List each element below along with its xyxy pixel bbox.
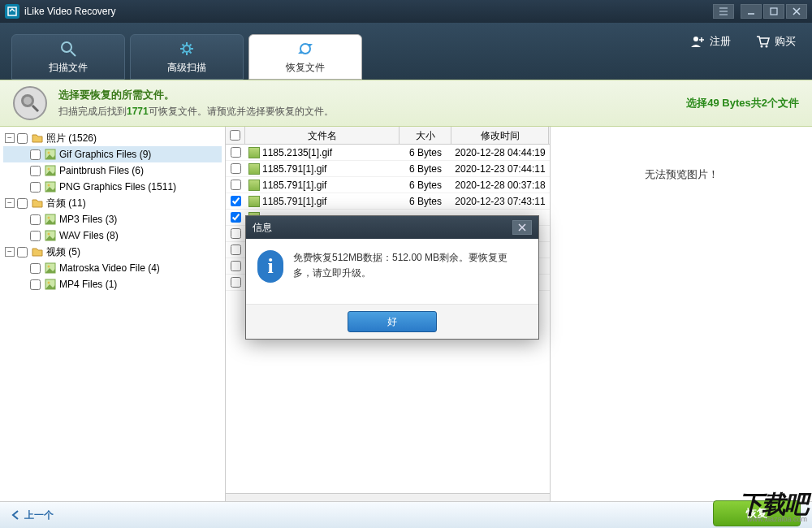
arrow-left-icon — [11, 510, 21, 520]
expander-icon — [18, 231, 28, 240]
tree-checkbox[interactable] — [30, 166, 41, 176]
horizontal-scrollbar[interactable] — [226, 493, 550, 501]
dialog-ok-button[interactable]: 好 — [348, 311, 437, 332]
category-tree[interactable]: −照片 (1526)Gif Graphics Files (9)Paintbru… — [0, 127, 226, 501]
tree-child-item[interactable]: Paintbrush Files (6) — [3, 162, 222, 179]
tree-root-item[interactable]: −照片 (1526) — [3, 130, 222, 146]
tree-item-label: WAV Files (8) — [59, 230, 119, 241]
buy-label: 购买 — [775, 34, 796, 49]
tree-checkbox[interactable] — [17, 247, 28, 258]
tree-checkbox[interactable] — [30, 149, 41, 160]
expander-icon — [18, 279, 28, 289]
close-button[interactable] — [786, 4, 807, 19]
app-title: iLike Video Recovery — [24, 6, 116, 17]
row-checkbox[interactable] — [231, 163, 241, 174]
footer-bar: 上一个 恢复 — [0, 502, 812, 528]
folder-icon — [31, 132, 44, 145]
file-row[interactable]: 1185.791[1].gif6 Bytes2020-12-28 00:37:1… — [226, 177, 550, 193]
col-mtime[interactable]: 修改时间 — [451, 127, 549, 144]
dialog-title: 信息 — [253, 221, 272, 235]
cell-size: 6 Bytes — [400, 196, 451, 207]
tree-checkbox[interactable] — [30, 231, 41, 241]
tree-checkbox[interactable] — [30, 263, 41, 274]
file-row[interactable]: 1185.791[1].gif6 Bytes2020-12-23 07:44:1… — [226, 161, 550, 177]
expander-icon[interactable]: − — [5, 133, 15, 143]
tree-item-label: 照片 (1526) — [46, 132, 97, 145]
image-file-icon — [248, 196, 260, 207]
row-checkbox[interactable] — [231, 196, 241, 206]
col-size[interactable]: 大小 — [400, 127, 451, 144]
expander-icon — [18, 149, 28, 159]
row-checkbox[interactable] — [231, 212, 241, 223]
filetype-icon — [44, 262, 57, 275]
tree-checkbox[interactable] — [17, 133, 28, 144]
row-checkbox[interactable] — [231, 180, 241, 190]
folder-icon — [31, 197, 44, 210]
tree-child-item[interactable]: Matroska Video File (4) — [3, 260, 222, 276]
tree-checkbox[interactable] — [30, 182, 41, 193]
tree-child-item[interactable]: MP4 Files (1) — [3, 276, 222, 292]
tree-child-item[interactable]: Gif Graphics Files (9) — [3, 146, 222, 162]
refresh-icon — [296, 39, 315, 58]
tree-child-item[interactable]: MP3 Files (3) — [3, 211, 222, 227]
header-checkbox[interactable] — [226, 127, 245, 144]
tree-item-label: Gif Graphics Files (9) — [59, 149, 151, 160]
minimize-button[interactable] — [741, 4, 762, 19]
tree-root-item[interactable]: −音频 (11) — [3, 195, 222, 211]
file-row[interactable]: 1185.2135[1].gif6 Bytes2020-12-28 04:44:… — [226, 145, 550, 161]
file-row[interactable]: 1185.791[1].gif6 Bytes2020-12-23 07:43:1… — [226, 193, 550, 210]
app-logo-icon — [5, 4, 19, 19]
dialog-close-button[interactable] — [512, 220, 532, 235]
row-checkbox[interactable] — [231, 147, 241, 158]
tree-item-label: PNG Graphics Files (1511) — [59, 181, 176, 193]
row-checkbox[interactable] — [231, 261, 241, 271]
cell-mtime: 2020-12-23 07:44:11 — [451, 163, 549, 175]
cell-mtime: 2020-12-28 04:44:19 — [451, 147, 549, 158]
row-checkbox[interactable] — [231, 228, 241, 239]
svg-point-16 — [48, 217, 50, 219]
cell-mtime: 2020-12-28 00:37:18 — [451, 180, 549, 191]
expander-icon — [18, 263, 28, 273]
tree-checkbox[interactable] — [30, 279, 41, 290]
maximize-button[interactable] — [763, 4, 784, 19]
row-checkbox[interactable] — [231, 245, 241, 255]
svg-point-5 — [761, 45, 763, 48]
tree-root-item[interactable]: −视频 (5) — [3, 244, 222, 260]
toolbar: 扫描文件 高级扫描 恢复文件 注册 购买 — [0, 23, 812, 80]
svg-point-6 — [766, 45, 768, 48]
expander-icon[interactable]: − — [5, 198, 15, 208]
expander-icon — [18, 166, 28, 175]
tree-item-label: 视频 (5) — [46, 245, 80, 259]
col-filename[interactable]: 文件名 — [245, 127, 400, 144]
tab-scan-files[interactable]: 扫描文件 — [11, 34, 125, 80]
tree-item-label: MP3 Files (3) — [59, 214, 117, 225]
buy-button[interactable]: 购买 — [755, 34, 796, 49]
tree-child-item[interactable]: WAV Files (8) — [3, 227, 222, 244]
row-checkbox[interactable] — [231, 277, 241, 288]
tree-checkbox[interactable] — [17, 198, 28, 209]
gear-icon — [177, 39, 197, 58]
tree-child-item[interactable]: PNG Graphics Files (1511) — [3, 179, 222, 195]
filetype-icon — [44, 164, 57, 177]
register-label: 注册 — [710, 34, 731, 49]
previous-button[interactable]: 上一个 — [11, 509, 54, 522]
cart-icon — [755, 34, 770, 49]
user-plus-icon — [690, 34, 705, 49]
info-heading: 选择要恢复的所需文件。 — [58, 88, 334, 102]
svg-point-8 — [24, 97, 32, 105]
folder-icon — [31, 245, 44, 258]
tab-advanced-scan[interactable]: 高级扫描 — [130, 34, 244, 80]
tab-recover-files[interactable]: 恢复文件 — [248, 34, 362, 80]
cell-mtime: 2020-12-23 07:43:11 — [451, 196, 549, 207]
svg-point-10 — [48, 152, 50, 154]
filetype-icon — [44, 213, 57, 226]
tree-checkbox[interactable] — [30, 214, 41, 225]
cell-filename: 1185.2135[1].gif — [245, 147, 400, 158]
expander-icon[interactable]: − — [5, 247, 15, 257]
cell-size: 6 Bytes — [400, 180, 451, 191]
register-button[interactable]: 注册 — [690, 34, 731, 49]
menu-button[interactable] — [713, 4, 734, 19]
image-file-icon — [248, 180, 260, 191]
previous-label: 上一个 — [24, 509, 54, 522]
image-file-icon — [248, 163, 260, 175]
